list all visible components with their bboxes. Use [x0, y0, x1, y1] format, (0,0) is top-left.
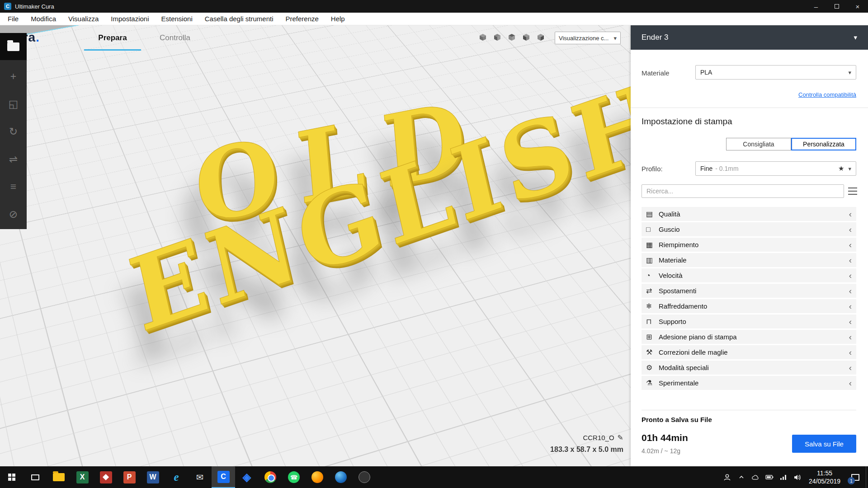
chevron-left-icon[interactable]: ‹: [849, 363, 852, 372]
view-left-icon[interactable]: [521, 33, 531, 42]
profile-dropdown[interactable]: Fine - 0.1mm ★ ▾: [695, 161, 856, 176]
maximize-icon: [835, 4, 839, 9]
chevron-left-icon[interactable]: ‹: [849, 348, 852, 357]
save-to-file-button[interactable]: Salva su File: [792, 435, 856, 453]
clock-time: 11:55: [817, 469, 832, 477]
setting-category-raffreddamento[interactable]: ❄ Raffreddamento ‹: [642, 299, 856, 313]
tab-prepara[interactable]: Prepara: [81, 25, 144, 51]
start-button[interactable]: [0, 466, 24, 488]
view-top-icon[interactable]: [507, 33, 517, 42]
whatsapp-icon: ☎: [288, 471, 300, 483]
taskbar-red-app[interactable]: [94, 466, 118, 488]
support-blocker-icon[interactable]: ⊘: [7, 208, 20, 221]
compatibility-link[interactable]: Controlla compatibilità: [798, 91, 856, 98]
menu-file[interactable]: File: [8, 15, 19, 23]
pencil-icon[interactable]: ✎: [618, 433, 623, 442]
printer-selector[interactable]: Ender 3 ▾: [631, 25, 868, 50]
taskbar-mail[interactable]: ✉: [188, 466, 212, 488]
close-button[interactable]: ×: [847, 0, 868, 13]
setting-category-supporto[interactable]: ⊓ Supporto ‹: [642, 314, 856, 328]
taskbar-excel[interactable]: X: [71, 466, 94, 488]
cura-icon: C: [217, 471, 230, 483]
windows-logo-icon: [8, 474, 15, 481]
viewport-3d[interactable]: OLD ENGLISH cura. Prepara Controlla Visu…: [0, 25, 631, 466]
setting-category-riempimento[interactable]: ▦ Riempimento ‹: [642, 238, 856, 252]
model-name[interactable]: CCR10_O ✎: [583, 433, 623, 442]
taskbar-dropbox[interactable]: ◈: [235, 466, 259, 488]
task-view-button[interactable]: [24, 466, 47, 488]
setting-category-velocita[interactable]: ◔ Velocità ‹: [642, 268, 856, 282]
taskbar-clock[interactable]: 11:55 24/05/2019: [809, 469, 840, 485]
menu-preferenze[interactable]: Preferenze: [285, 15, 318, 23]
adhesion-icon: ⊞: [646, 333, 659, 341]
tab-controlla[interactable]: Controlla: [144, 25, 206, 51]
view-right-icon[interactable]: [536, 33, 546, 42]
chevron-left-icon[interactable]: ‹: [849, 317, 852, 326]
shell-icon: □: [646, 225, 659, 234]
chevron-left-icon[interactable]: ‹: [849, 286, 852, 295]
taskbar-firefox[interactable]: [306, 466, 329, 488]
per-model-settings-icon[interactable]: ≡: [7, 180, 20, 193]
chevron-left-icon[interactable]: ‹: [849, 256, 852, 264]
setting-category-correzioni-maglie[interactable]: ⚒ Correzioni delle maglie ‹: [642, 345, 856, 359]
setting-category-qualita[interactable]: ▤ Qualità ‹: [642, 207, 856, 221]
action-center-button[interactable]: 1: [845, 466, 866, 488]
rotate-icon[interactable]: ↻: [7, 125, 20, 138]
tool-panel: + ◱ ↻ ⇌ ≡ ⊘: [0, 60, 27, 229]
menu-estensioni[interactable]: Estensioni: [161, 15, 193, 23]
chevron-left-icon[interactable]: ‹: [849, 333, 852, 341]
setting-category-modalita-speciali[interactable]: ⚙ Modalità speciali ‹: [642, 361, 856, 375]
setting-category-sperimentale[interactable]: ⚗ Sperimentale ‹: [642, 376, 856, 390]
move-icon[interactable]: +: [7, 70, 20, 83]
minimize-button[interactable]: –: [806, 0, 826, 13]
menu-visualizza[interactable]: Visualizza: [68, 15, 99, 23]
people-icon[interactable]: [723, 473, 731, 481]
network-icon[interactable]: [779, 473, 788, 481]
onedrive-cloud-icon[interactable]: [751, 473, 760, 481]
setting-category-adesione[interactable]: ⊞ Adesione piano di stampa ‹: [642, 330, 856, 344]
open-file-button[interactable]: [0, 33, 27, 60]
settings-category-list: ▤ Qualità ‹ □ Guscio ‹ ▦ Riempimento ‹ ▥…: [642, 207, 856, 391]
view-mode-dropdown[interactable]: Visualizzazione c... ▾: [555, 32, 621, 44]
chevron-left-icon[interactable]: ‹: [849, 302, 852, 310]
menu-help[interactable]: Help: [331, 15, 345, 23]
chevron-left-icon[interactable]: ‹: [849, 379, 852, 387]
chevron-left-icon[interactable]: ‹: [849, 210, 852, 218]
chevron-down-icon: ▾: [848, 165, 851, 172]
taskbar-word[interactable]: W: [141, 466, 165, 488]
taskbar-file-explorer[interactable]: [47, 466, 71, 488]
task-view-icon: [31, 474, 39, 480]
taskbar-internet-explorer[interactable]: e: [165, 466, 188, 488]
scale-icon[interactable]: ◱: [7, 98, 20, 110]
titlebar: C Ultimaker Cura – ×: [0, 0, 868, 13]
volume-icon[interactable]: [793, 473, 802, 481]
view-3d-icon[interactable]: [478, 33, 488, 42]
menu-casella-strumenti[interactable]: Casella degli strumenti: [205, 15, 274, 23]
menu-impostazioni[interactable]: Impostazioni: [111, 15, 149, 23]
taskbar-powerpoint[interactable]: P: [118, 466, 141, 488]
settings-menu-icon[interactable]: [848, 188, 857, 195]
chevron-left-icon[interactable]: ‹: [849, 240, 852, 249]
show-desktop-button[interactable]: [866, 466, 868, 488]
setting-category-materiale[interactable]: ▥ Materiale ‹: [642, 253, 856, 267]
taskbar-dark-app[interactable]: [353, 466, 376, 488]
setting-category-spostamenti[interactable]: ⇄ Spostamenti ‹: [642, 284, 856, 298]
recommended-mode-button[interactable]: Consigliata: [726, 138, 791, 150]
custom-mode-button[interactable]: Personalizzata: [791, 138, 856, 150]
taskbar-whatsapp[interactable]: ☎: [282, 466, 306, 488]
star-icon[interactable]: ★: [838, 164, 844, 173]
menu-modifica[interactable]: Modifica: [31, 15, 56, 23]
chevron-left-icon[interactable]: ‹: [849, 225, 852, 234]
search-input[interactable]: [642, 184, 844, 198]
taskbar-chrome[interactable]: [259, 466, 282, 488]
taskbar-cura-active[interactable]: C: [212, 466, 235, 488]
material-dropdown[interactable]: PLA ▾: [695, 65, 856, 80]
view-front-icon[interactable]: [492, 33, 502, 42]
taskbar-blue-app[interactable]: [329, 466, 353, 488]
mirror-icon[interactable]: ⇌: [7, 153, 20, 165]
tray-expand-icon[interactable]: [737, 473, 745, 481]
setting-category-guscio[interactable]: □ Guscio ‹: [642, 222, 856, 236]
battery-icon[interactable]: [765, 473, 774, 481]
chevron-left-icon[interactable]: ‹: [849, 271, 852, 280]
maximize-button[interactable]: [826, 0, 847, 13]
